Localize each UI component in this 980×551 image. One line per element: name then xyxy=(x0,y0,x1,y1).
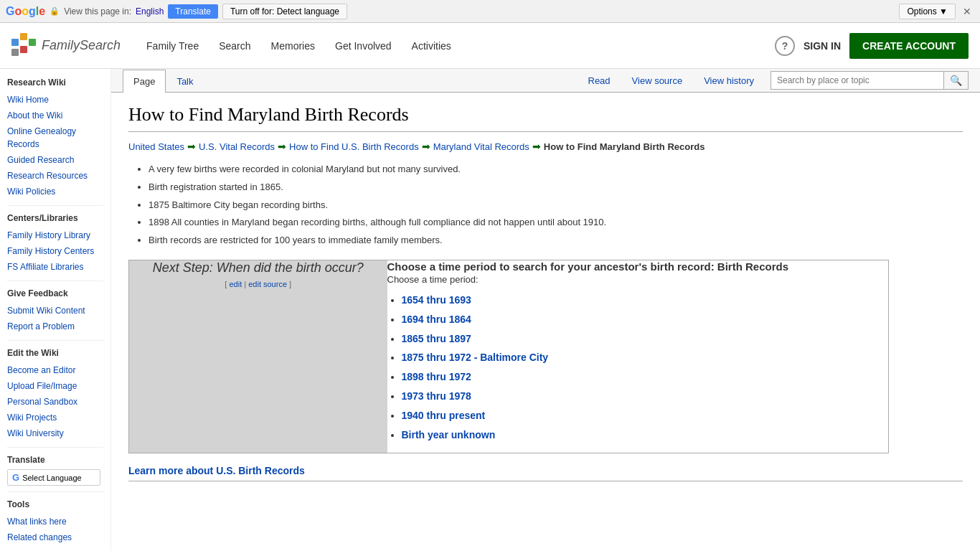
info-left-cell: Next Step: When did the birth occur? [ e… xyxy=(129,260,387,453)
sidebar-section-edit-wiki: Edit the Wiki xyxy=(7,348,103,358)
period-item: Birth year unknown xyxy=(402,427,889,443)
period-link-1898[interactable]: 1898 thru 1972 xyxy=(402,371,471,382)
sidebar-section-translate: Translate xyxy=(7,455,103,465)
period-item: 1973 thru 1978 xyxy=(402,388,889,405)
bullet-4: 1898 All counties in Maryland began reco… xyxy=(149,215,963,230)
svg-rect-0 xyxy=(11,39,19,46)
learn-more-link[interactable]: Learn more about U.S. Birth Records xyxy=(128,465,305,476)
article: How to Find Maryland Birth Records Unite… xyxy=(111,93,980,493)
period-link-1865[interactable]: 1865 thru 1897 xyxy=(402,333,471,344)
breadcrumb-arrow-3: ➡ xyxy=(422,141,430,152)
breadcrumb-arrow-2: ➡ xyxy=(278,141,286,152)
header-right: ? SIGN IN CREATE ACCOUNT xyxy=(775,33,969,59)
sidebar-item-wiki-university[interactable]: Wiki University xyxy=(7,425,103,441)
sidebar-item-family-history-library[interactable]: Family History Library xyxy=(7,227,103,243)
period-link-1940[interactable]: 1940 thru present xyxy=(402,410,486,421)
sidebar-item-wiki-policies[interactable]: Wiki Policies xyxy=(7,184,103,199)
select-language-button[interactable]: G Select Language xyxy=(7,469,100,486)
page-layout: Research Wiki Wiki Home About the Wiki O… xyxy=(0,69,980,551)
tab-talk[interactable]: Talk xyxy=(166,70,204,93)
sidebar-item-family-history-centers[interactable]: Family History Centers xyxy=(7,243,103,259)
create-account-button[interactable]: CREATE ACCOUNT xyxy=(849,33,969,59)
tab-page[interactable]: Page xyxy=(123,70,166,93)
search-button[interactable]: 🔍 xyxy=(943,72,968,89)
sidebar-item-about-wiki[interactable]: About the Wiki xyxy=(7,108,103,123)
svg-rect-4 xyxy=(11,49,19,56)
language-select-link[interactable]: English xyxy=(136,6,164,17)
sidebar-item-what-links-here[interactable]: What links here xyxy=(7,514,103,529)
main-navigation: Family Tree Search Memories Get Involved… xyxy=(138,34,775,57)
translate-bar: Google 🔒 View this page in: English Tran… xyxy=(0,0,980,23)
nav-family-tree[interactable]: Family Tree xyxy=(138,34,207,57)
choose-subtitle: Choose a time period: xyxy=(387,274,889,285)
sign-in-button[interactable]: SIGN IN xyxy=(804,40,841,52)
tab-read[interactable]: Read xyxy=(578,69,621,92)
search-box: 🔍 xyxy=(771,71,969,90)
breadcrumb-current: How to Find Maryland Birth Records xyxy=(544,141,705,152)
translate-button[interactable]: Translate xyxy=(168,4,218,19)
main-header: FamilySearch Family Tree Search Memories… xyxy=(0,23,980,69)
bullet-2: Birth registration started in 1865. xyxy=(149,180,963,195)
sidebar-item-fs-affiliate[interactable]: FS Affiliate Libraries xyxy=(7,259,103,275)
nav-activities[interactable]: Activities xyxy=(403,34,460,57)
breadcrumb-us-birth-records[interactable]: How to Find U.S. Birth Records xyxy=(289,141,419,152)
period-link-1654[interactable]: 1654 thru 1693 xyxy=(402,294,471,306)
sidebar-divider-5 xyxy=(7,491,103,492)
logo-text: FamilySearch xyxy=(42,38,121,53)
search-input[interactable] xyxy=(771,72,943,88)
sidebar-item-guided-research[interactable]: Guided Research xyxy=(7,152,103,168)
sidebar-divider-1 xyxy=(7,205,103,206)
nav-search[interactable]: Search xyxy=(210,34,259,57)
period-link-1875[interactable]: 1875 thru 1972 - Baltimore City xyxy=(402,352,549,363)
logo-link[interactable]: FamilySearch xyxy=(11,33,121,59)
breadcrumb-united-states[interactable]: United States xyxy=(128,141,184,152)
learn-more-section: Learn more about U.S. Birth Records xyxy=(128,465,963,481)
edit-link[interactable]: edit xyxy=(229,280,242,288)
learn-more-divider xyxy=(128,481,963,481)
sidebar-item-wiki-home[interactable]: Wiki Home xyxy=(7,92,103,108)
edit-links: [ edit | edit source ] xyxy=(129,280,387,288)
period-item: 1694 thru 1864 xyxy=(402,311,889,328)
sidebar-item-wiki-projects[interactable]: Wiki Projects xyxy=(7,410,103,425)
breadcrumb-us-vital-records[interactable]: U.S. Vital Records xyxy=(199,141,275,152)
sidebar-divider-3 xyxy=(7,340,103,341)
period-link-1973[interactable]: 1973 thru 1978 xyxy=(402,390,471,402)
svg-rect-2 xyxy=(29,39,36,46)
sidebar-item-submit-wiki[interactable]: Submit Wiki Content xyxy=(7,303,103,319)
sidebar-divider-2 xyxy=(7,281,103,281)
sidebar-item-related-changes[interactable]: Related changes xyxy=(7,529,103,545)
sidebar-section-tools: Tools xyxy=(7,499,103,509)
help-icon[interactable]: ? xyxy=(775,36,795,56)
sidebar-item-become-editor[interactable]: Become an Editor xyxy=(7,362,103,378)
sidebar-item-personal-sandbox[interactable]: Personal Sandbox xyxy=(7,394,103,410)
content-tabs: Page Talk Read View source View history … xyxy=(111,69,980,93)
period-link-unknown[interactable]: Birth year unknown xyxy=(402,429,496,441)
sidebar-item-online-genealogy[interactable]: Online Genealogy Records xyxy=(7,123,103,152)
period-item: 1940 thru present xyxy=(402,408,889,424)
article-title: How to Find Maryland Birth Records xyxy=(128,104,963,132)
google-logo: Google xyxy=(6,5,45,18)
choose-title: Choose a time period to search for your … xyxy=(387,260,889,273)
next-step-text: Next Step: When did the birth occur? xyxy=(129,260,387,276)
nav-memories[interactable]: Memories xyxy=(263,34,324,57)
tab-view-history[interactable]: View history xyxy=(693,69,765,92)
breadcrumb-maryland-vital-records[interactable]: Maryland Vital Records xyxy=(433,141,529,152)
breadcrumb-arrow-1: ➡ xyxy=(187,141,196,152)
sidebar-item-research-resources[interactable]: Research Resources xyxy=(7,168,103,184)
close-translate-button[interactable]: ✕ xyxy=(960,6,974,17)
sidebar: Research Wiki Wiki Home About the Wiki O… xyxy=(0,69,111,551)
options-button[interactable]: Options ▼ xyxy=(899,4,956,19)
edit-source-link[interactable]: edit source xyxy=(248,280,287,288)
sidebar-item-report-problem[interactable]: Report a Problem xyxy=(7,319,103,334)
period-item: 1865 thru 1897 xyxy=(402,331,889,347)
google-g-letter: G xyxy=(12,472,19,483)
tab-view-source[interactable]: View source xyxy=(621,69,694,92)
nav-get-involved[interactable]: Get Involved xyxy=(326,34,400,57)
turn-off-button[interactable]: Turn off for: Detect language xyxy=(222,4,347,19)
info-table: Next Step: When did the birth occur? [ e… xyxy=(128,260,889,453)
info-right-cell: Choose a time period to search for your … xyxy=(387,260,889,453)
sidebar-section-research-wiki: Research Wiki xyxy=(7,77,103,88)
period-link-1694[interactable]: 1694 thru 1864 xyxy=(402,314,471,325)
sidebar-item-upload-file[interactable]: Upload File/Image xyxy=(7,378,103,394)
lock-icon: 🔒 xyxy=(50,6,60,16)
